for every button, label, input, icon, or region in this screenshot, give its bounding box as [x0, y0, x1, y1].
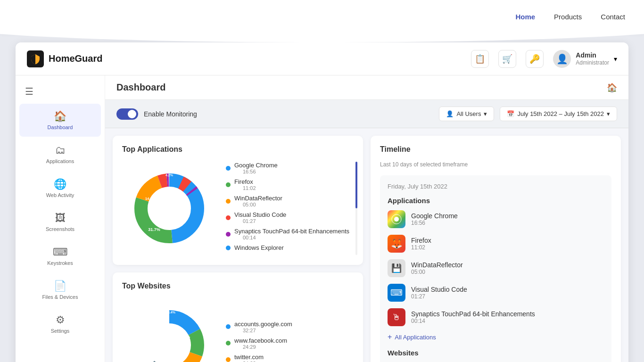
firefox-time: 11:02 [411, 244, 604, 251]
legend-item: Firefox 11:02 [226, 178, 354, 191]
legend-item-twitter: twitter.com 24:22 [226, 354, 354, 362]
legend-firefox: Firefox 11:02 [234, 178, 256, 191]
scroll-thumb [355, 162, 357, 208]
applications-donut-chart: 48.6% 31.7% 14.4% 4.2% [122, 161, 216, 255]
legend-text-firefox: Firefox [234, 178, 256, 185]
user-name: Admin [576, 51, 609, 59]
portfolio-button[interactable]: 📋 [471, 50, 489, 68]
user-menu[interactable]: 👤 Admin Administrator ▾ [553, 50, 617, 68]
legend-vscode: Visual Studio Code 01:27 [234, 211, 286, 224]
chrome-name: Google Chrome [411, 212, 604, 220]
sidebar-item-settings[interactable]: ⚙ Settings [19, 307, 101, 340]
users-filter-label: All Users [456, 110, 481, 117]
top-websites-title: Top Websites [122, 282, 354, 290]
svg-point-5 [149, 188, 190, 229]
sidebar-item-web-activity[interactable]: 🌐 Web Activity [19, 172, 101, 205]
legend-dot-vscode [226, 215, 231, 220]
all-applications-link[interactable]: + All Applications [388, 333, 604, 341]
legend-text-synaptics: Synaptics TouchPad 64-bit Enhancements [234, 228, 349, 235]
sidebar-label-screenshots: Screenshots [46, 226, 74, 232]
legend-text-twitter: twitter.com [234, 354, 264, 361]
legend-dot-windata [226, 199, 231, 204]
legend-time-twitter: 24:22 [243, 361, 264, 362]
screenshots-icon: 🖼 [55, 212, 66, 224]
svg-text:3.4%: 3.4% [155, 313, 163, 316]
date-filter-chevron: ▾ [607, 110, 610, 117]
sidebar-item-screenshots[interactable]: 🖼 Screenshots [19, 206, 101, 239]
monitoring-toggle-switch[interactable] [116, 108, 138, 120]
nav-contact[interactable]: Contact [601, 13, 625, 21]
app-container: HomeGuard 📋 🛒 🔑 👤 Admin Administrator ▾ … [16, 42, 628, 362]
chrome-icon [388, 210, 405, 228]
sidebar-item-applications[interactable]: 🗂 Applications [19, 138, 101, 171]
key-button[interactable]: 🔑 [526, 50, 544, 68]
legend-time-facebook: 24:29 [243, 344, 287, 350]
legend-time-chrome: 16:56 [243, 169, 278, 174]
monitoring-filters: 👤 All Users ▾ 📅 July 15th 2022 – July 15… [439, 107, 617, 121]
app-header-right: 📋 🛒 🔑 👤 Admin Administrator ▾ [471, 50, 617, 68]
legend-dot-synaptics [226, 232, 231, 237]
windata-info: WinDataReflector 05:00 [411, 261, 604, 275]
legend-item: Windows Explorer [226, 244, 354, 251]
app-header: HomeGuard 📋 🛒 🔑 👤 Admin Administrator ▾ [16, 42, 628, 75]
legend-text-vscode: Visual Studio Code [234, 211, 286, 218]
firefox-info: Firefox 11:02 [411, 237, 604, 251]
user-role: Administrator [576, 59, 609, 67]
cart-button[interactable]: 🛒 [498, 50, 516, 68]
sidebar-item-keystrokes[interactable]: ⌨ Keystrokes [19, 239, 101, 272]
legend-time-windata: 05:00 [243, 202, 282, 207]
legend-dot-twitter [226, 357, 231, 362]
svg-text:4.2%: 4.2% [165, 173, 173, 177]
applications-legend-scroll: Google Chrome 16:56 Firefox 11:02 [226, 162, 354, 255]
windata-time: 05:00 [411, 269, 604, 275]
sidebar-label-applications: Applications [46, 158, 74, 164]
timeline-card: Timeline Last 10 days of selected timefr… [371, 136, 621, 362]
monitoring-toggle-group: Enable Monitoring [116, 108, 197, 120]
svg-text:3.4%: 3.4% [168, 311, 176, 314]
nav-products[interactable]: Products [554, 13, 582, 21]
top-applications-chart-container: 48.6% 31.7% 14.4% 4.2% [122, 161, 354, 255]
top-applications-title: Top Applications [122, 145, 354, 154]
users-filter-button[interactable]: 👤 All Users ▾ [439, 107, 494, 121]
dashboard-icon: 🏠 [54, 110, 66, 123]
synaptics-time: 00:14 [411, 318, 604, 324]
home-breadcrumb-icon[interactable]: 🏠 [607, 82, 617, 93]
date-filter-button[interactable]: 📅 July 15th 2022 – July 15th 2022 ▾ [500, 107, 617, 121]
timeline-item-vscode: ⌨ Visual Studio Code 01:27 [388, 284, 604, 302]
settings-icon: ⚙ [56, 314, 65, 326]
svg-point-25 [394, 217, 399, 222]
windata-name: WinDataReflector [411, 261, 604, 269]
timeline-item-chrome: Google Chrome 16:56 [388, 210, 604, 228]
sidebar-toggle[interactable]: ☰ [16, 80, 105, 103]
synaptics-info: Synaptics TouchPad 64-bit Enhancements 0… [411, 310, 604, 324]
calendar-icon: 📅 [507, 110, 514, 117]
sidebar-item-dashboard[interactable]: 🏠 Dashboard [19, 104, 101, 137]
sidebar-label-files-devices: Files & Devices [42, 294, 78, 300]
vscode-name: Visual Studio Code [411, 286, 604, 293]
users-filter-icon: 👤 [446, 110, 454, 117]
websites-legend: accounts.google.com 32:27 www.facebook.c… [226, 321, 354, 362]
plus-icon: + [388, 333, 392, 341]
legend-item-facebook: www.facebook.com 24:29 [226, 337, 354, 350]
nav-home[interactable]: Home [515, 13, 535, 21]
timeline-content: Friday, July 15th 2022 Applications Goog… [380, 175, 611, 362]
logo-icon [27, 50, 44, 67]
timeline-section-applications: Applications [388, 197, 604, 205]
vscode-info: Visual Studio Code 01:27 [411, 286, 604, 300]
timeline-item-synaptics: 🖱 Synaptics TouchPad 64-bit Enhancements… [388, 308, 604, 326]
sidebar-label-web-activity: Web Activity [46, 192, 74, 198]
top-websites-card: Top Websites [113, 272, 363, 362]
legend-item-google: accounts.google.com 32:27 [226, 321, 354, 333]
timeline-item-windata: 💾 WinDataReflector 05:00 [388, 259, 604, 277]
vscode-icon: ⌨ [388, 284, 405, 302]
legend-google-accounts: accounts.google.com 32:27 [234, 321, 292, 333]
legend-text-google: accounts.google.com [234, 321, 292, 328]
chrome-time: 16:56 [411, 220, 604, 226]
keystrokes-icon: ⌨ [53, 246, 68, 258]
legend-dot-chrome [226, 166, 231, 171]
sidebar-item-files-devices[interactable]: 📄 Files & Devices [19, 273, 101, 306]
legend-dot-google [226, 324, 231, 329]
scroll-track [355, 162, 357, 255]
content-header: Dashboard 🏠 [105, 75, 628, 100]
timeline-title: Timeline [380, 145, 611, 154]
